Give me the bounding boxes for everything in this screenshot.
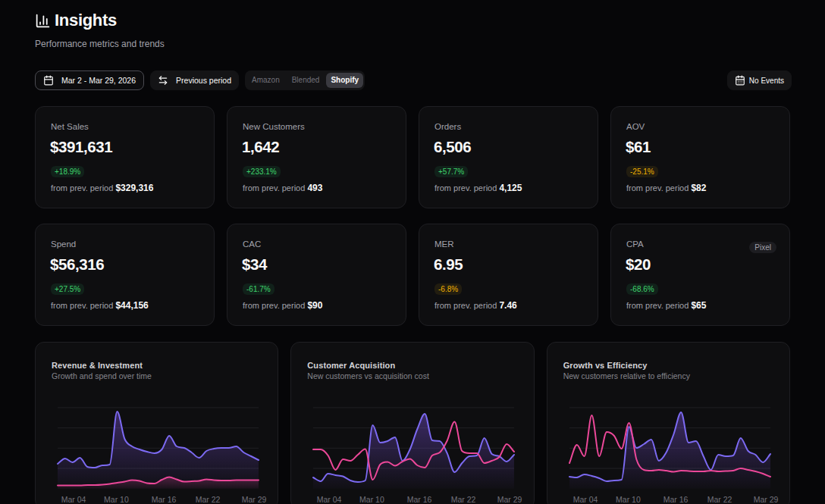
svg-text:Mar 04: Mar 04 xyxy=(572,495,598,504)
svg-text:Mar 16: Mar 16 xyxy=(152,495,177,504)
svg-text:Mar 10: Mar 10 xyxy=(104,495,129,504)
svg-text:Mar 04: Mar 04 xyxy=(317,495,342,504)
svg-text:Mar 22: Mar 22 xyxy=(196,495,221,504)
svg-text:Mar 16: Mar 16 xyxy=(663,495,688,504)
svg-text:Mar 22: Mar 22 xyxy=(451,495,476,504)
svg-text:Mar 22: Mar 22 xyxy=(707,495,732,504)
svg-text:Mar 10: Mar 10 xyxy=(359,495,384,504)
svg-text:Mar 29: Mar 29 xyxy=(242,495,267,504)
svg-text:Mar 04: Mar 04 xyxy=(61,495,86,504)
svg-text:Mar 10: Mar 10 xyxy=(616,495,641,504)
svg-text:Mar 29: Mar 29 xyxy=(753,495,778,504)
svg-text:Mar 29: Mar 29 xyxy=(497,495,522,504)
svg-text:Mar 16: Mar 16 xyxy=(407,495,432,504)
